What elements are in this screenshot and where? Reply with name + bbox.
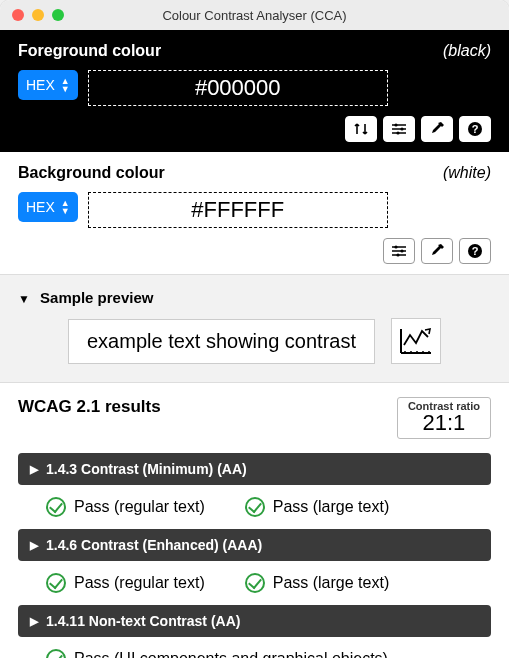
app-window: Colour Contrast Analyser (CCA) Foregroun… [0,0,509,658]
window-title: Colour Contrast Analyser (CCA) [0,8,509,23]
pass-item: Pass (large text) [245,573,389,593]
foreground-label: Foreground colour [18,42,161,60]
foreground-value-input[interactable]: #000000 [88,70,388,106]
background-color-name: (white) [443,164,491,182]
pass-row: Pass (UI components and graphical object… [18,645,491,658]
foreground-format-value: HEX [26,77,55,93]
check-icon [46,649,66,658]
background-sliders-button[interactable] [383,238,415,264]
results-panel: WCAG 2.1 results Contrast ratio 21:1 ▶1.… [0,383,509,658]
chevron-down-icon: ▼ [18,292,30,306]
results-heading: WCAG 2.1 results [18,397,161,417]
svg-point-1 [400,127,403,130]
sliders-icon [391,122,407,136]
preview-toggle[interactable]: ▼ Sample preview [18,289,491,306]
criterion-bar[interactable]: ▶1.4.6 Contrast (Enhanced) (AAA) [18,529,491,561]
preview-panel: ▼ Sample preview example text showing co… [0,274,509,383]
background-eyedropper-button[interactable] [421,238,453,264]
pass-item: Pass (UI components and graphical object… [46,649,388,658]
chevron-right-icon: ▶ [30,615,38,628]
pass-row: Pass (regular text)Pass (large text) [18,569,491,605]
swap-button[interactable] [345,116,377,142]
check-icon [46,573,66,593]
sample-graphic [391,318,441,364]
background-label: Background colour [18,164,165,182]
foreground-panel: Foreground colour (black) HEX ▲▼ #000000… [0,30,509,152]
close-icon[interactable] [12,9,24,21]
pass-item: Pass (large text) [245,497,389,517]
sliders-icon [391,244,407,258]
pass-item: Pass (regular text) [46,497,205,517]
sample-text: example text showing contrast [68,319,375,364]
check-icon [46,497,66,517]
background-format-value: HEX [26,199,55,215]
check-icon [245,497,265,517]
titlebar: Colour Contrast Analyser (CCA) [0,0,509,30]
chevron-right-icon: ▶ [30,539,38,552]
svg-text:?: ? [472,123,479,135]
criterion-title: 1.4.3 Contrast (Minimum) (AA) [46,461,247,477]
pass-row: Pass (regular text)Pass (large text) [18,493,491,529]
help-icon: ? [467,121,483,137]
window-controls [0,9,64,21]
contrast-ratio-box: Contrast ratio 21:1 [397,397,491,439]
background-help-button[interactable]: ? [459,238,491,264]
background-panel: Background colour (white) HEX ▲▼ #FFFFFF… [0,152,509,274]
eyedropper-icon [429,243,445,259]
svg-point-0 [394,123,397,126]
check-icon [245,573,265,593]
criterion-bar[interactable]: ▶1.4.3 Contrast (Minimum) (AA) [18,453,491,485]
criterion-title: 1.4.6 Contrast (Enhanced) (AAA) [46,537,262,553]
swap-icon [353,122,369,136]
background-value-input[interactable]: #FFFFFF [88,192,388,228]
svg-point-7 [396,253,399,256]
stepper-icon: ▲▼ [61,77,70,93]
pass-text: Pass (regular text) [74,498,205,516]
svg-point-2 [396,131,399,134]
criterion-bar[interactable]: ▶1.4.11 Non-text Contrast (AA) [18,605,491,637]
pass-text: Pass (UI components and graphical object… [74,650,388,658]
pass-text: Pass (regular text) [74,574,205,592]
foreground-format-select[interactable]: HEX ▲▼ [18,70,78,100]
help-icon: ? [467,243,483,259]
background-format-select[interactable]: HEX ▲▼ [18,192,78,222]
svg-point-5 [394,245,397,248]
pass-item: Pass (regular text) [46,573,205,593]
preview-heading: Sample preview [40,289,153,306]
foreground-color-name: (black) [443,42,491,60]
zoom-icon[interactable] [52,9,64,21]
eyedropper-icon [429,121,445,137]
minimize-icon[interactable] [32,9,44,21]
chart-icon [398,325,434,357]
foreground-eyedropper-button[interactable] [421,116,453,142]
chevron-right-icon: ▶ [30,463,38,476]
svg-point-6 [400,249,403,252]
criteria-list: ▶1.4.3 Contrast (Minimum) (AA)Pass (regu… [18,453,491,658]
pass-text: Pass (large text) [273,498,389,516]
foreground-help-button[interactable]: ? [459,116,491,142]
svg-text:?: ? [472,245,479,257]
foreground-sliders-button[interactable] [383,116,415,142]
pass-text: Pass (large text) [273,574,389,592]
ratio-value: 21:1 [408,412,480,434]
criterion-title: 1.4.11 Non-text Contrast (AA) [46,613,240,629]
stepper-icon: ▲▼ [61,199,70,215]
